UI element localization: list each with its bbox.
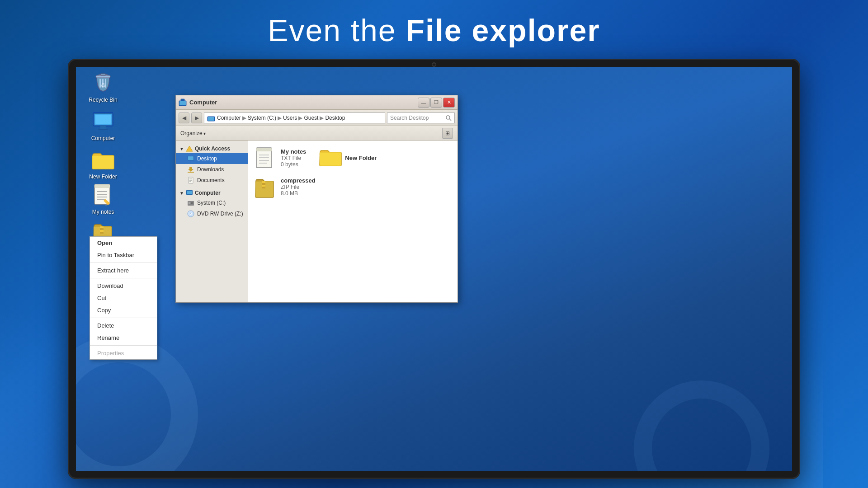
- svg-rect-21: [100, 228, 104, 230]
- sidebar-downloads-label: Downloads: [197, 166, 224, 173]
- svg-rect-25: [179, 101, 186, 105]
- quick-access-label: Quick Access: [195, 145, 230, 152]
- desktop-icon-new-folder[interactable]: New Folder: [85, 148, 121, 181]
- camera-dot: [432, 62, 436, 67]
- files-area: My notes TXT File 0 bytes: [248, 141, 458, 302]
- explorer-window: Computer — ❐ ✕ ◀ ▶ Computer ▶: [175, 95, 458, 303]
- new-folder-info: New Folder: [345, 155, 377, 161]
- svg-rect-11: [98, 129, 108, 130]
- files-row-1: My notes TXT File 0 bytes: [253, 145, 453, 170]
- sidebar-computer-header[interactable]: ▼ Computer: [176, 188, 248, 197]
- sidebar-system-c-icon: [187, 199, 195, 207]
- context-menu-cut[interactable]: Cut: [90, 292, 157, 304]
- search-bar[interactable]: Search Desktop: [387, 113, 455, 123]
- computer-label: Computer: [91, 135, 115, 142]
- restore-button[interactable]: ❐: [430, 98, 442, 108]
- my-notes-label: My notes: [92, 209, 114, 216]
- svg-point-47: [190, 213, 191, 214]
- desktop-icon-my-notes[interactable]: My notes: [85, 183, 121, 216]
- explorer-titlebar: Computer — ❐ ✕: [176, 95, 458, 110]
- sidebar-documents-label: Documents: [197, 177, 225, 183]
- sidebar-desktop-icon: [187, 155, 195, 163]
- svg-rect-43: [191, 202, 193, 203]
- sidebar-item-desktop[interactable]: Desktop: [176, 153, 248, 164]
- view-toggle-button[interactable]: ⊞: [442, 128, 453, 139]
- file-item-my-notes[interactable]: My notes TXT File 0 bytes: [253, 145, 308, 170]
- breadcrumb-system-c: System (C:): [248, 115, 276, 121]
- svg-rect-42: [189, 202, 190, 204]
- context-menu-open[interactable]: Open: [90, 237, 157, 249]
- explorer-toolbar: Organize ⊞: [176, 126, 458, 141]
- sidebar-documents-icon: [187, 176, 195, 184]
- svg-line-30: [449, 119, 451, 121]
- my-notes-file-size: 0 bytes: [281, 161, 306, 168]
- forward-button[interactable]: ▶: [191, 113, 202, 123]
- sidebar-item-documents[interactable]: Documents: [176, 175, 248, 186]
- context-menu-download[interactable]: Download: [90, 280, 157, 292]
- svg-rect-26: [181, 99, 184, 101]
- new-folder-icon: [91, 148, 115, 172]
- sidebar-computer-icon: [186, 190, 193, 196]
- context-menu: Open Pin to Taskbar Extract here Downloa…: [90, 236, 157, 360]
- sidebar-item-dvd[interactable]: DVD RW Drive (Z:): [176, 208, 248, 219]
- breadcrumb-bar[interactable]: Computer ▶ System (C:) ▶ Users ▶ Guest ▶…: [204, 113, 385, 123]
- svg-rect-55: [262, 183, 265, 185]
- svg-rect-57: [262, 187, 265, 188]
- monitor-frame: ♻ Recycle Bin Computer: [68, 59, 800, 479]
- quick-access-icon: [186, 145, 193, 152]
- compressed-file-type: ZIP File: [281, 184, 316, 190]
- context-menu-sep-4: [90, 345, 157, 346]
- desktop-icon-computer[interactable]: Computer: [85, 110, 121, 142]
- context-menu-copy[interactable]: Copy: [90, 304, 157, 316]
- titlebar-buttons: — ❐ ✕: [418, 98, 455, 108]
- svg-rect-22: [100, 230, 104, 232]
- new-folder-file-icon: [319, 147, 340, 169]
- my-notes-info: My notes TXT File 0 bytes: [281, 148, 306, 168]
- page-heading: Even the File explorer: [0, 13, 868, 48]
- new-folder-file-name: New Folder: [345, 155, 377, 161]
- svg-rect-13: [94, 184, 110, 188]
- files-row-2: compressed ZIP File 8.0 MB: [253, 174, 453, 199]
- organize-button[interactable]: Organize: [180, 130, 206, 136]
- svg-rect-10: [100, 126, 106, 129]
- svg-rect-23: [100, 232, 104, 234]
- context-menu-extract[interactable]: Extract here: [90, 264, 157, 277]
- svg-rect-28: [208, 117, 214, 121]
- sidebar-item-downloads[interactable]: Downloads: [176, 164, 248, 175]
- file-item-new-folder[interactable]: New Folder: [317, 145, 378, 170]
- compressed-file-name: compressed: [281, 177, 316, 184]
- sidebar-item-system-c[interactable]: System (C:): [176, 197, 248, 208]
- close-button[interactable]: ✕: [443, 98, 455, 108]
- compressed-info: compressed ZIP File 8.0 MB: [281, 177, 316, 197]
- svg-rect-4: [96, 75, 110, 78]
- sidebar-downloads-icon: [187, 165, 195, 174]
- heading-prefix: Even the: [268, 13, 406, 47]
- recycle-bin-label: Recycle Bin: [89, 97, 117, 104]
- sidebar-dvd-label: DVD RW Drive (Z:): [197, 211, 243, 217]
- context-menu-sep-1: [90, 263, 157, 263]
- svg-rect-40: [187, 191, 192, 194]
- address-bar: ◀ ▶ Computer ▶ System (C:) ▶ Users ▶ Gue…: [176, 110, 458, 126]
- content-area: ▼ Quick Access: [176, 141, 458, 302]
- context-menu-properties: Properties: [90, 347, 157, 359]
- context-menu-rename[interactable]: Rename: [90, 332, 157, 344]
- context-menu-delete[interactable]: Delete: [90, 319, 157, 332]
- sidebar-quick-access-header[interactable]: ▼ Quick Access: [176, 144, 248, 153]
- sidebar-computer-label: Computer: [195, 190, 221, 196]
- minimize-button[interactable]: —: [418, 98, 429, 108]
- desktop-icon-recycle-bin[interactable]: ♻ Recycle Bin: [85, 71, 121, 104]
- recycle-bin-icon: ♻: [91, 71, 115, 95]
- svg-marker-31: [186, 146, 193, 151]
- my-notes-file-icon: [255, 147, 276, 169]
- breadcrumb-guest: Guest: [304, 115, 318, 121]
- svg-rect-54: [262, 181, 265, 183]
- breadcrumb-computer: Computer: [217, 115, 241, 121]
- svg-rect-9: [95, 115, 111, 124]
- explorer-title: Computer: [189, 99, 418, 106]
- context-menu-pin-taskbar[interactable]: Pin to Taskbar: [90, 249, 157, 261]
- back-button[interactable]: ◀: [179, 113, 189, 123]
- search-icon: [445, 115, 452, 121]
- new-folder-label: New Folder: [89, 174, 117, 181]
- file-item-compressed[interactable]: compressed ZIP File 8.0 MB: [253, 174, 317, 199]
- context-menu-sep-3: [90, 318, 157, 318]
